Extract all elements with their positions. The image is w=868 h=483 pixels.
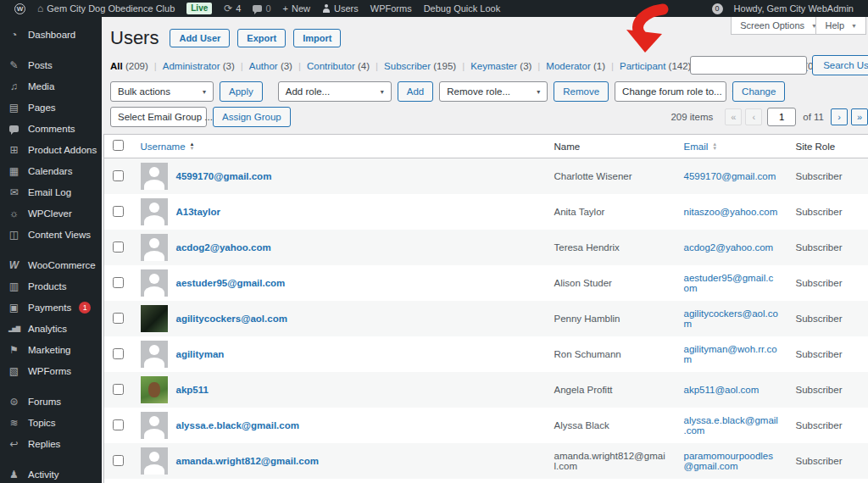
change-forum-role-select[interactable]: Change forum role to...▾ bbox=[615, 81, 726, 102]
howdy-account-menu[interactable]: Howdy, Gem City WebAdmin bbox=[728, 3, 860, 14]
site-role: Subscriber bbox=[787, 372, 868, 408]
wpclever-icon: ☼ bbox=[8, 208, 20, 219]
product-addons-icon: ⊞ bbox=[8, 144, 20, 156]
user-name: Penny Hamblin bbox=[546, 301, 676, 336]
avatar bbox=[141, 163, 168, 190]
new-content-menu[interactable]: + New bbox=[277, 0, 316, 17]
wpforms-menu[interactable]: WPForms bbox=[364, 0, 418, 17]
next-page-button[interactable]: › bbox=[831, 108, 848, 125]
row-checkbox[interactable] bbox=[113, 348, 124, 359]
username-link[interactable]: A13taylor bbox=[176, 207, 220, 217]
search-input[interactable] bbox=[690, 56, 807, 75]
sidebar-item-dashboard[interactable]: ◔Dashboard bbox=[0, 24, 102, 45]
users-menu[interactable]: Users bbox=[316, 0, 364, 17]
sidebar-item-media[interactable]: ♫Media bbox=[0, 75, 102, 97]
notification-count-icon[interactable]: 0 bbox=[712, 3, 723, 14]
site-name-menu[interactable]: ⌂ Gem City Dog Obedience Club bbox=[31, 0, 181, 17]
updates-menu[interactable]: ⟳ 4 bbox=[218, 0, 247, 17]
sidebar-item-posts[interactable]: ✎Posts bbox=[0, 54, 102, 75]
select-all-checkbox[interactable] bbox=[113, 140, 124, 151]
home-icon: ⌂ bbox=[37, 3, 43, 14]
search-users-button[interactable]: Search Users bbox=[812, 55, 868, 75]
email-link[interactable]: agilitycockers@aol.com bbox=[684, 308, 778, 329]
sidebar-item-activity[interactable]: ♟Activity bbox=[0, 464, 102, 483]
marketing-icon: ⚑ bbox=[8, 344, 20, 356]
sidebar-item-replies[interactable]: ↩Replies bbox=[0, 433, 102, 454]
sidebar-item-wpforms[interactable]: ▧WPForms bbox=[0, 360, 102, 381]
avatar bbox=[141, 198, 168, 225]
username-link[interactable]: akp511 bbox=[176, 385, 209, 395]
payments-badge: 1 bbox=[79, 302, 91, 314]
wordpress-menu[interactable]: W bbox=[8, 0, 31, 17]
sidebar-item-pages[interactable]: ▤Pages bbox=[0, 97, 102, 118]
sidebar-item-payments[interactable]: ▣Payments1 bbox=[0, 297, 102, 318]
row-checkbox[interactable] bbox=[113, 170, 124, 181]
email-group-select[interactable]: Select Email Group ...▾ bbox=[110, 107, 207, 127]
sidebar-item-woocommerce[interactable]: WWooCommerce bbox=[0, 254, 102, 275]
sidebar-item-calendars[interactable]: ▦Calendars bbox=[0, 160, 102, 181]
calendars-icon: ▦ bbox=[8, 165, 20, 177]
bulk-actions-select[interactable]: Bulk actions▾ bbox=[110, 81, 214, 102]
users-table: Username▲▼ Name Email▲▼ Site Role 459917… bbox=[103, 134, 868, 483]
row-checkbox[interactable] bbox=[113, 206, 124, 217]
row-checkbox[interactable] bbox=[113, 419, 124, 430]
row-checkbox[interactable] bbox=[113, 455, 124, 466]
export-button[interactable]: Export bbox=[237, 29, 286, 47]
debug-quick-look-menu[interactable]: Debug Quick Look bbox=[418, 0, 507, 17]
sidebar-item-content-views[interactable]: ◫Content Views bbox=[0, 224, 102, 245]
page-title: Users bbox=[110, 27, 159, 49]
add-role-button[interactable]: Add bbox=[398, 81, 433, 102]
email-link[interactable]: agilityman@woh.rr.com bbox=[684, 344, 777, 364]
site-role: Subscriber bbox=[787, 194, 868, 230]
remove-role-button[interactable]: Remove bbox=[554, 81, 609, 102]
sidebar-item-products[interactable]: ▥Products bbox=[0, 275, 102, 297]
row-checkbox[interactable] bbox=[113, 384, 124, 395]
sidebar-item-comments[interactable]: Comments bbox=[0, 118, 102, 139]
email-link[interactable]: alyssa.e.black@gmail.com bbox=[684, 415, 778, 436]
email-link[interactable]: nitaszoo@yahoo.com bbox=[684, 207, 778, 217]
email-link[interactable]: paramomourpoodles@gmail.com bbox=[684, 451, 773, 471]
column-header-username[interactable]: Username▲▼ bbox=[132, 135, 546, 158]
comments-menu[interactable]: 0 bbox=[247, 0, 276, 17]
table-row: A13taylor Anita Taylor nitaszoo@yahoo.co… bbox=[104, 194, 868, 230]
apply-button[interactable]: Apply bbox=[220, 81, 263, 102]
email-link[interactable]: akp511@aol.com bbox=[684, 385, 760, 395]
change-forum-role-button[interactable]: Change bbox=[732, 81, 785, 102]
username-link[interactable]: amanda.wright812@gmail.com bbox=[176, 456, 319, 466]
sidebar-item-marketing[interactable]: ⚑Marketing bbox=[0, 339, 102, 360]
sidebar-item-topics[interactable]: ≋Topics bbox=[0, 412, 102, 433]
email-link[interactable]: 4599170@gmail.com bbox=[684, 171, 776, 181]
filter-administrator: Administrator (3) bbox=[163, 61, 249, 71]
topics-icon: ≋ bbox=[8, 417, 20, 429]
add-user-button[interactable]: Add User bbox=[170, 29, 230, 47]
username-link[interactable]: agilityman bbox=[176, 349, 225, 359]
import-button[interactable]: Import bbox=[293, 29, 341, 47]
sidebar-item-forums[interactable]: ⊜Forums bbox=[0, 391, 102, 412]
username-link[interactable]: acdog2@yahoo.com bbox=[176, 242, 271, 253]
username-link[interactable]: aestuder95@gmail.com bbox=[176, 278, 286, 288]
username-link[interactable]: alyssa.e.black@gmail.com bbox=[176, 420, 299, 430]
filter-contributor: Contributor (4) bbox=[307, 61, 384, 71]
add-role-select[interactable]: Add role...▾ bbox=[278, 81, 392, 102]
username-link[interactable]: agilitycockers@aol.com bbox=[176, 314, 287, 324]
last-page-button[interactable]: » bbox=[851, 108, 868, 125]
screen-options-tab[interactable]: Screen Options ▼ bbox=[731, 17, 826, 35]
assign-group-button[interactable]: Assign Group bbox=[213, 107, 291, 127]
column-header-email[interactable]: Email▲▼ bbox=[676, 135, 787, 158]
row-checkbox[interactable] bbox=[113, 313, 124, 324]
email-link[interactable]: acdog2@yahoo.com bbox=[684, 242, 774, 253]
row-checkbox[interactable] bbox=[113, 277, 124, 288]
filter-moderator: Moderator (1) bbox=[546, 61, 620, 71]
username-link[interactable]: 4599170@gmail.com bbox=[176, 171, 272, 181]
current-page-input[interactable] bbox=[767, 108, 796, 126]
wpforms-icon: ▧ bbox=[8, 365, 20, 377]
sidebar-item-wpclever[interactable]: ☼WPClever bbox=[0, 203, 102, 224]
sidebar-item-analytics[interactable]: ▂▅▇Analytics bbox=[0, 318, 102, 339]
table-row: alyssa.e.black@gmail.com Alyssa Black al… bbox=[104, 408, 868, 443]
sidebar-item-email-log[interactable]: ✉Email Log bbox=[0, 181, 102, 203]
help-tab[interactable]: Help ▼ bbox=[815, 17, 866, 35]
remove-role-select[interactable]: Remove role...▾ bbox=[439, 81, 548, 102]
email-link[interactable]: aestuder95@gmail.com bbox=[684, 273, 774, 293]
row-checkbox[interactable] bbox=[113, 242, 124, 253]
sidebar-item-product-addons[interactable]: ⊞Product Addons bbox=[0, 139, 102, 160]
